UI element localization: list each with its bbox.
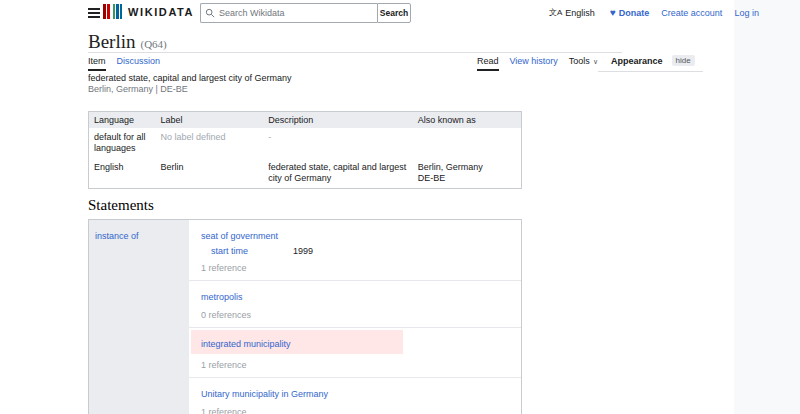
tabs-row: ItemDiscussion ReadView historyTools∨ <box>88 56 598 71</box>
statement-value-row: seat of government <box>201 225 509 243</box>
login-link[interactable]: Log in <box>734 8 759 18</box>
term-label-cell[interactable]: No label defined <box>155 128 263 158</box>
page-background-strip <box>734 0 800 414</box>
entity-description: federated state, capital and largest cit… <box>88 73 292 84</box>
appearance-panel: Appearance hide <box>598 54 703 72</box>
qualifier-row: start time1999 <box>201 246 509 257</box>
search-input[interactable] <box>219 8 373 18</box>
statement-value-highlight: integrated municipality <box>191 330 403 354</box>
statement-value-block: integrated municipality1 reference <box>189 328 521 378</box>
entity-label: Berlin <box>88 31 136 52</box>
statement-value-link[interactable]: integrated municipality <box>201 339 291 350</box>
term-label-cell[interactable]: Berlin <box>155 158 263 189</box>
wikidata-logo-bars-icon <box>103 4 122 19</box>
entity-header: federated state, capital and largest cit… <box>88 73 292 95</box>
alias-line: Berlin, Germany <box>418 162 516 173</box>
tab-tools[interactable]: Tools∨ <box>569 56 598 71</box>
user-links: 文A English ♥ Donate Create account Log i… <box>549 7 759 18</box>
term-table-header-description: Description <box>263 112 413 129</box>
statement-property-column: instance of <box>89 220 189 414</box>
term-description-cell[interactable]: - <box>263 128 413 158</box>
appearance-title: Appearance <box>611 56 663 66</box>
tabs-right: ReadView historyTools∨ <box>477 56 598 71</box>
tab-discussion[interactable]: Discussion <box>117 56 161 71</box>
statement-values-column: seat of governmentstart time19991 refere… <box>189 220 521 414</box>
entity-aliases: Berlin, Germany | DE-BE <box>88 84 292 95</box>
references-toggle[interactable]: 1 reference <box>201 263 509 274</box>
statements-container: instance of seat of governmentstart time… <box>88 219 522 414</box>
references-toggle[interactable]: 1 reference <box>201 360 509 371</box>
title-divider <box>88 52 622 53</box>
statement-value-link[interactable]: metropolis <box>201 292 243 303</box>
statement-value-link[interactable]: seat of government <box>201 231 278 242</box>
language-selector[interactable]: 文A English <box>549 7 595 18</box>
term-language-cell: English <box>89 158 156 189</box>
language-icon: 文A <box>549 7 562 18</box>
search-button[interactable]: Search <box>377 3 411 23</box>
appearance-hide-button[interactable]: hide <box>672 55 695 66</box>
statements-heading: Statements <box>88 197 154 214</box>
term-table-row: default for all languagesNo label define… <box>89 128 522 158</box>
tab-read[interactable]: Read <box>477 56 499 71</box>
term-table-header-row: LanguageLabelDescriptionAlso known as <box>89 112 522 129</box>
term-aliases-cell[interactable]: Berlin, GermanyDE-BE <box>413 158 522 189</box>
term-language-cell: default for all languages <box>89 128 156 158</box>
statement-value-row: Unitary municipality in Germany <box>201 383 509 401</box>
term-table: LanguageLabelDescriptionAlso known as de… <box>88 111 522 189</box>
term-table-header-language: Language <box>89 112 156 129</box>
term-table-body: default for all languagesNo label define… <box>89 128 522 189</box>
references-toggle[interactable]: 0 references <box>201 310 509 321</box>
search-icon <box>205 8 215 18</box>
term-table-header-also-known-as: Also known as <box>413 112 522 129</box>
statement-value-row: metropolis <box>201 286 509 304</box>
statement-value-block: Unitary municipality in Germany1 referen… <box>189 378 521 414</box>
statement-value-link[interactable]: Unitary municipality in Germany <box>201 389 328 400</box>
statement-value-block: metropolis0 references <box>189 281 521 328</box>
wikidata-logo-text: WIKIDATA <box>128 6 194 18</box>
entity-id: (Q64) <box>141 38 167 50</box>
search-box[interactable] <box>200 3 377 23</box>
term-table-header-label: Label <box>155 112 263 129</box>
statement-value-block: seat of governmentstart time19991 refere… <box>189 220 521 281</box>
tab-item[interactable]: Item <box>88 56 106 71</box>
hamburger-menu-icon[interactable] <box>88 8 100 18</box>
alias-line: DE-BE <box>418 173 516 184</box>
heart-icon: ♥ <box>610 7 616 18</box>
references-toggle[interactable]: 1 reference <box>201 407 509 414</box>
language-label: English <box>565 8 595 18</box>
property-link[interactable]: instance of <box>95 231 139 241</box>
donate-label: Donate <box>619 8 650 18</box>
term-description-cell[interactable]: federated state, capital and largest cit… <box>263 158 413 189</box>
term-table-row: EnglishBerlinfederated state, capital an… <box>89 158 522 189</box>
tab-view-history[interactable]: View history <box>510 56 558 71</box>
tabs-left: ItemDiscussion <box>88 56 160 71</box>
term-aliases-cell[interactable] <box>413 128 522 158</box>
donate-link[interactable]: ♥ Donate <box>610 7 649 18</box>
create-account-link[interactable]: Create account <box>661 8 722 18</box>
page-title: Berlin(Q64) <box>88 31 167 53</box>
qualifier-property-link[interactable]: start time <box>211 246 293 257</box>
qualifier-value: 1999 <box>293 246 313 256</box>
wikidata-logo[interactable]: WIKIDATA <box>103 4 194 19</box>
